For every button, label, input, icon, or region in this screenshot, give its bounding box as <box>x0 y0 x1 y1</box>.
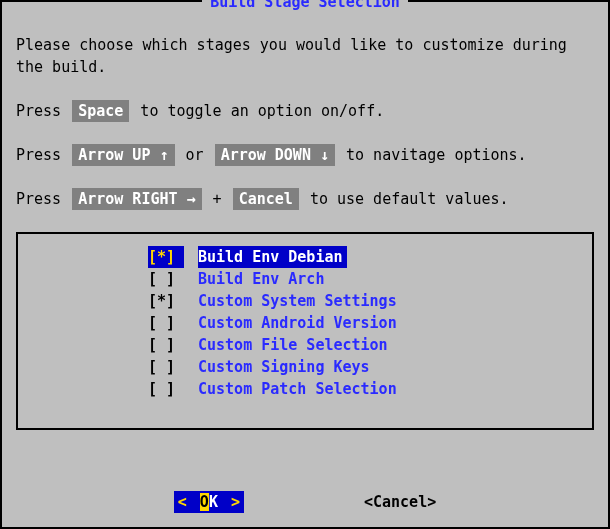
keycap-arrow-down: Arrow DOWN ↓ <box>215 144 335 166</box>
option-checkbox[interactable]: [ ] <box>148 378 184 400</box>
option-row[interactable]: [ ]Custom Android Version <box>28 312 582 334</box>
hint-text: to navitage options. <box>337 146 527 164</box>
hint-text: to toggle an option on/off. <box>131 102 384 120</box>
title-bar: Build Stage Selection <box>2 0 608 13</box>
cancel-button[interactable]: <Cancel> <box>364 491 436 513</box>
option-row[interactable]: [*]Custom System Settings <box>28 290 582 312</box>
keycap-cancel: Cancel <box>233 188 299 210</box>
option-row[interactable]: [ ]Custom Signing Keys <box>28 356 582 378</box>
ok-hotkey: O <box>200 493 209 511</box>
ok-button[interactable]: < OK > <box>174 491 244 513</box>
option-checkbox[interactable]: [ ] <box>148 312 184 334</box>
keycap-arrow-up: Arrow UP ↑ <box>72 144 174 166</box>
option-checkbox[interactable]: [*] <box>148 290 184 312</box>
button-bar: < OK > <Cancel> <box>2 491 608 513</box>
hint-text: Press <box>16 190 70 208</box>
option-row[interactable]: [ ]Custom File Selection <box>28 334 582 356</box>
hint-text: or <box>177 146 213 164</box>
intro-text: Please choose which stages you would lik… <box>16 34 594 78</box>
option-row[interactable]: [*]Build Env Debian <box>28 246 582 268</box>
option-checkbox[interactable]: [*] <box>148 246 184 268</box>
option-label: Custom File Selection <box>198 334 388 356</box>
option-checkbox[interactable]: [ ] <box>148 356 184 378</box>
option-label: Custom Patch Selection <box>198 378 397 400</box>
hint-text: to use default values. <box>301 190 509 208</box>
dialog-body: Please choose which stages you would lik… <box>16 10 594 430</box>
dialog-frame: Build Stage Selection Please choose whic… <box>0 0 610 529</box>
option-row[interactable]: [ ]Custom Patch Selection <box>28 378 582 400</box>
hint-space: Press Space to toggle an option on/off. <box>16 100 594 122</box>
hint-arrows: Press Arrow UP ↑ or Arrow DOWN ↓ to navi… <box>16 144 594 166</box>
options-listbox[interactable]: [*]Build Env Debian[ ]Build Env Arch[*]C… <box>16 232 594 430</box>
hint-text: Press <box>16 146 70 164</box>
option-label: Custom Android Version <box>198 312 397 334</box>
ok-angle-left: < <box>174 493 200 511</box>
keycap-arrow-right: Arrow RIGHT → <box>72 188 201 210</box>
option-checkbox[interactable]: [ ] <box>148 334 184 356</box>
hint-text: + <box>204 190 231 208</box>
dialog-title: Build Stage Selection <box>202 0 408 13</box>
ok-angle-right: > <box>218 493 244 511</box>
option-label: Build Env Arch <box>198 268 324 290</box>
option-row[interactable]: [ ]Build Env Arch <box>28 268 582 290</box>
ok-rest: K <box>209 493 218 511</box>
keycap-space: Space <box>72 100 129 122</box>
option-label: Build Env Debian <box>198 246 347 268</box>
option-checkbox[interactable]: [ ] <box>148 268 184 290</box>
hint-right: Press Arrow RIGHT → + Cancel to use defa… <box>16 188 594 210</box>
option-label: Custom System Settings <box>198 290 397 312</box>
option-label: Custom Signing Keys <box>198 356 370 378</box>
hint-text: Press <box>16 102 70 120</box>
